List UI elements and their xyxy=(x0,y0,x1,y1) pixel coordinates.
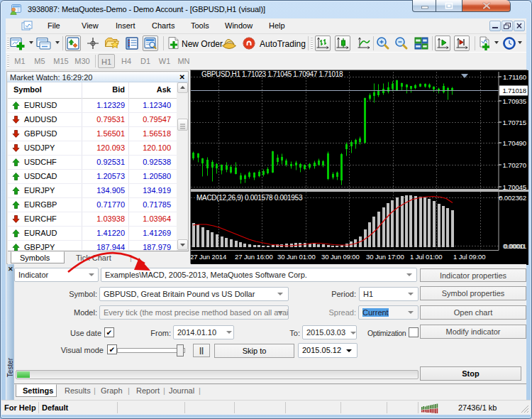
svg-text:1 Jul 01:00: 1 Jul 01:00 xyxy=(410,253,442,261)
svg-text:1.70270: 1.70270 xyxy=(502,161,526,169)
svg-text:1.71018: 1.71018 xyxy=(502,87,526,94)
svg-text:30 Jun 09:00: 30 Jun 09:00 xyxy=(321,253,360,261)
svg-text:1.70490: 1.70490 xyxy=(502,139,526,147)
svg-text:GBPUSD,H1 1.71023 1.71045 1.7: GBPUSD,H1 1.71023 1.71045 1.70947 1.7101… xyxy=(201,70,343,78)
svg-text:1.70045: 1.70045 xyxy=(502,183,526,191)
svg-text:1.70935: 1.70935 xyxy=(502,97,526,105)
svg-text:0.002362: 0.002362 xyxy=(499,194,526,202)
svg-text:27 Jun 2014: 27 Jun 2014 xyxy=(191,253,226,261)
svg-text:1.71160: 1.71160 xyxy=(503,73,527,81)
svg-text:1 Jul 09:00: 1 Jul 09:00 xyxy=(453,253,485,261)
svg-text:30 Jun 01:00: 30 Jun 01:00 xyxy=(277,253,316,261)
svg-text:27 Jun 16:00: 27 Jun 16:00 xyxy=(235,253,273,261)
svg-text:MACD(12,26,9) 0.001578 0.00195: MACD(12,26,9) 0.001578 0.001953 xyxy=(196,194,303,202)
svg-text:1.70715: 1.70715 xyxy=(502,119,526,126)
svg-text:0.0000: 0.0000 xyxy=(504,242,525,250)
svg-text:30 Jun 17:00: 30 Jun 17:00 xyxy=(366,253,404,261)
